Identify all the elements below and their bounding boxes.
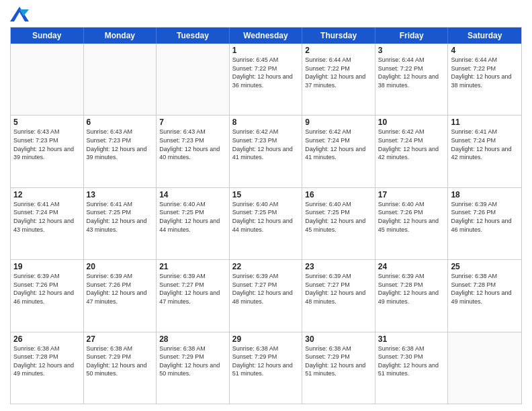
day-number: 4 bbox=[451, 46, 519, 55]
day-cell-15: 15Sunrise: 6:40 AMSunset: 7:25 PMDayligh… bbox=[230, 188, 303, 259]
logo-icon bbox=[10, 7, 29, 21]
day-number: 15 bbox=[232, 190, 300, 199]
day-info: Sunrise: 6:43 AMSunset: 7:23 PMDaylight:… bbox=[87, 128, 154, 161]
day-number: 12 bbox=[13, 190, 81, 199]
day-cell-29: 29Sunrise: 6:38 AMSunset: 7:29 PMDayligh… bbox=[230, 332, 303, 404]
day-number: 23 bbox=[305, 262, 372, 271]
day-number: 25 bbox=[451, 262, 519, 271]
weekday-header-wednesday: Wednesday bbox=[230, 28, 303, 44]
day-cell-25: 25Sunrise: 6:38 AMSunset: 7:28 PMDayligh… bbox=[448, 260, 521, 331]
day-cell-4: 4Sunrise: 6:44 AMSunset: 7:22 PMDaylight… bbox=[448, 44, 521, 115]
day-cell-9: 9Sunrise: 6:42 AMSunset: 7:24 PMDaylight… bbox=[302, 116, 375, 187]
day-info: Sunrise: 6:41 AMSunset: 7:25 PMDaylight:… bbox=[87, 200, 154, 234]
day-info: Sunrise: 6:39 AMSunset: 7:26 PMDaylight:… bbox=[13, 272, 81, 306]
day-number: 21 bbox=[159, 262, 226, 271]
header bbox=[10, 7, 522, 21]
day-info: Sunrise: 6:38 AMSunset: 7:29 PMDaylight:… bbox=[159, 345, 226, 378]
day-number: 7 bbox=[159, 118, 226, 127]
weekday-header-sunday: Sunday bbox=[11, 28, 84, 44]
empty-cell bbox=[157, 44, 230, 115]
day-cell-28: 28Sunrise: 6:38 AMSunset: 7:29 PMDayligh… bbox=[157, 332, 230, 404]
day-info: Sunrise: 6:39 AMSunset: 7:28 PMDaylight:… bbox=[378, 272, 445, 306]
calendar-row-2: 5Sunrise: 6:43 AMSunset: 7:23 PMDaylight… bbox=[11, 115, 521, 187]
day-number: 13 bbox=[87, 190, 154, 199]
day-number: 8 bbox=[232, 118, 300, 127]
day-number: 6 bbox=[87, 118, 154, 127]
day-info: Sunrise: 6:39 AMSunset: 7:27 PMDaylight:… bbox=[159, 272, 226, 306]
empty-cell bbox=[84, 44, 157, 115]
day-cell-8: 8Sunrise: 6:42 AMSunset: 7:23 PMDaylight… bbox=[230, 116, 303, 187]
day-info: Sunrise: 6:44 AMSunset: 7:22 PMDaylight:… bbox=[305, 56, 372, 89]
day-cell-27: 27Sunrise: 6:38 AMSunset: 7:29 PMDayligh… bbox=[84, 332, 157, 404]
day-number: 18 bbox=[451, 190, 519, 199]
day-info: Sunrise: 6:45 AMSunset: 7:22 PMDaylight:… bbox=[232, 56, 300, 89]
day-number: 22 bbox=[232, 262, 300, 271]
day-cell-3: 3Sunrise: 6:44 AMSunset: 7:22 PMDaylight… bbox=[375, 44, 449, 115]
day-number: 20 bbox=[87, 262, 154, 271]
day-info: Sunrise: 6:40 AMSunset: 7:25 PMDaylight:… bbox=[232, 200, 300, 234]
day-info: Sunrise: 6:39 AMSunset: 7:26 PMDaylight:… bbox=[451, 200, 519, 234]
day-info: Sunrise: 6:42 AMSunset: 7:24 PMDaylight:… bbox=[305, 128, 372, 161]
day-number: 9 bbox=[305, 118, 372, 127]
day-info: Sunrise: 6:44 AMSunset: 7:22 PMDaylight:… bbox=[451, 56, 519, 89]
day-cell-2: 2Sunrise: 6:44 AMSunset: 7:22 PMDaylight… bbox=[302, 44, 375, 115]
day-info: Sunrise: 6:40 AMSunset: 7:25 PMDaylight:… bbox=[305, 200, 372, 234]
weekday-header-monday: Monday bbox=[84, 28, 157, 44]
day-info: Sunrise: 6:44 AMSunset: 7:22 PMDaylight:… bbox=[378, 56, 445, 89]
day-info: Sunrise: 6:39 AMSunset: 7:26 PMDaylight:… bbox=[87, 272, 154, 306]
day-number: 2 bbox=[305, 46, 372, 55]
calendar-row-5: 26Sunrise: 6:38 AMSunset: 7:28 PMDayligh… bbox=[11, 332, 521, 404]
day-info: Sunrise: 6:38 AMSunset: 7:28 PMDaylight:… bbox=[451, 272, 519, 306]
page: SundayMondayTuesdayWednesdayThursdayFrid… bbox=[0, 0, 532, 411]
day-number: 10 bbox=[378, 118, 445, 127]
day-number: 27 bbox=[87, 334, 154, 344]
day-number: 1 bbox=[232, 46, 300, 55]
day-info: Sunrise: 6:42 AMSunset: 7:23 PMDaylight:… bbox=[232, 128, 300, 161]
weekday-header-friday: Friday bbox=[375, 28, 449, 44]
day-info: Sunrise: 6:38 AMSunset: 7:29 PMDaylight:… bbox=[232, 345, 300, 378]
calendar: SundayMondayTuesdayWednesdayThursdayFrid… bbox=[10, 27, 522, 404]
day-info: Sunrise: 6:40 AMSunset: 7:25 PMDaylight:… bbox=[159, 200, 226, 234]
weekday-header-saturday: Saturday bbox=[448, 28, 521, 44]
day-info: Sunrise: 6:41 AMSunset: 7:24 PMDaylight:… bbox=[13, 200, 81, 234]
day-info: Sunrise: 6:41 AMSunset: 7:24 PMDaylight:… bbox=[451, 128, 519, 161]
day-cell-14: 14Sunrise: 6:40 AMSunset: 7:25 PMDayligh… bbox=[157, 188, 230, 259]
day-number: 28 bbox=[159, 334, 226, 344]
day-number: 29 bbox=[232, 334, 300, 344]
day-cell-22: 22Sunrise: 6:39 AMSunset: 7:27 PMDayligh… bbox=[230, 260, 303, 331]
day-cell-1: 1Sunrise: 6:45 AMSunset: 7:22 PMDaylight… bbox=[230, 44, 303, 115]
day-number: 26 bbox=[13, 334, 81, 344]
day-info: Sunrise: 6:38 AMSunset: 7:29 PMDaylight:… bbox=[87, 345, 154, 378]
empty-cell bbox=[448, 332, 521, 404]
day-number: 17 bbox=[378, 190, 445, 199]
day-info: Sunrise: 6:40 AMSunset: 7:26 PMDaylight:… bbox=[378, 200, 445, 234]
weekday-header-tuesday: Tuesday bbox=[157, 28, 230, 44]
day-cell-10: 10Sunrise: 6:42 AMSunset: 7:24 PMDayligh… bbox=[375, 116, 449, 187]
calendar-body: 1Sunrise: 6:45 AMSunset: 7:22 PMDaylight… bbox=[11, 44, 521, 404]
day-cell-12: 12Sunrise: 6:41 AMSunset: 7:24 PMDayligh… bbox=[11, 188, 84, 259]
day-cell-16: 16Sunrise: 6:40 AMSunset: 7:25 PMDayligh… bbox=[302, 188, 375, 259]
day-cell-20: 20Sunrise: 6:39 AMSunset: 7:26 PMDayligh… bbox=[84, 260, 157, 331]
day-cell-7: 7Sunrise: 6:43 AMSunset: 7:23 PMDaylight… bbox=[157, 116, 230, 187]
empty-cell bbox=[11, 44, 84, 115]
day-cell-26: 26Sunrise: 6:38 AMSunset: 7:28 PMDayligh… bbox=[11, 332, 84, 404]
day-number: 30 bbox=[305, 334, 372, 344]
day-cell-5: 5Sunrise: 6:43 AMSunset: 7:23 PMDaylight… bbox=[11, 116, 84, 187]
day-info: Sunrise: 6:39 AMSunset: 7:27 PMDaylight:… bbox=[305, 272, 372, 306]
day-cell-17: 17Sunrise: 6:40 AMSunset: 7:26 PMDayligh… bbox=[375, 188, 449, 259]
day-cell-31: 31Sunrise: 6:38 AMSunset: 7:30 PMDayligh… bbox=[375, 332, 449, 404]
day-number: 5 bbox=[13, 118, 81, 127]
day-cell-18: 18Sunrise: 6:39 AMSunset: 7:26 PMDayligh… bbox=[448, 188, 521, 259]
calendar-header-row: SundayMondayTuesdayWednesdayThursdayFrid… bbox=[11, 28, 521, 44]
day-cell-24: 24Sunrise: 6:39 AMSunset: 7:28 PMDayligh… bbox=[375, 260, 449, 331]
day-info: Sunrise: 6:38 AMSunset: 7:30 PMDaylight:… bbox=[378, 345, 445, 378]
calendar-row-3: 12Sunrise: 6:41 AMSunset: 7:24 PMDayligh… bbox=[11, 187, 521, 259]
weekday-header-thursday: Thursday bbox=[302, 28, 375, 44]
day-info: Sunrise: 6:39 AMSunset: 7:27 PMDaylight:… bbox=[232, 272, 300, 306]
day-number: 19 bbox=[13, 262, 81, 271]
day-cell-6: 6Sunrise: 6:43 AMSunset: 7:23 PMDaylight… bbox=[84, 116, 157, 187]
day-info: Sunrise: 6:43 AMSunset: 7:23 PMDaylight:… bbox=[159, 128, 226, 161]
day-cell-19: 19Sunrise: 6:39 AMSunset: 7:26 PMDayligh… bbox=[11, 260, 84, 331]
day-cell-30: 30Sunrise: 6:38 AMSunset: 7:29 PMDayligh… bbox=[302, 332, 375, 404]
day-info: Sunrise: 6:38 AMSunset: 7:28 PMDaylight:… bbox=[13, 345, 81, 378]
